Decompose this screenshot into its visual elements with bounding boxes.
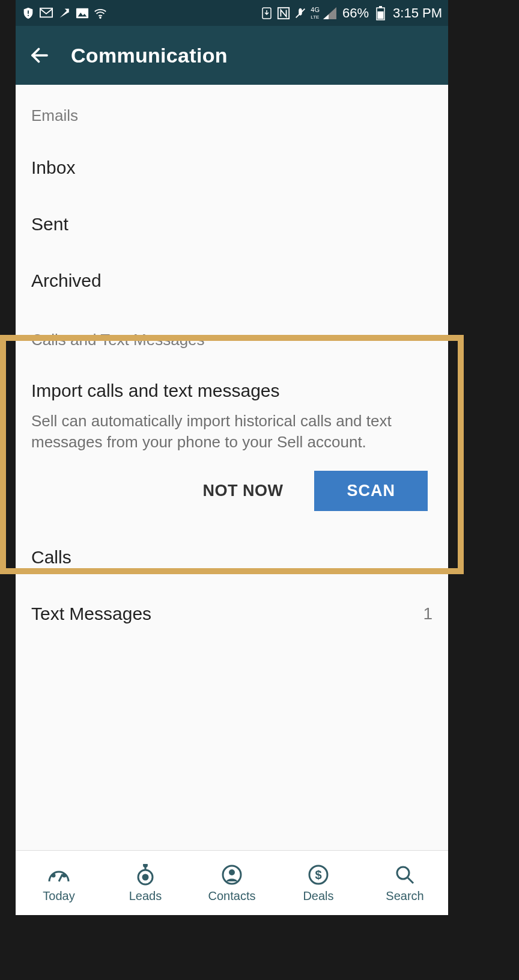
svg-rect-13 <box>379 6 382 8</box>
mute-icon <box>294 7 307 20</box>
svg-text:$: $ <box>315 868 321 881</box>
section-header-calls: Calls and Text Messages <box>16 309 448 364</box>
list-item-count: 1 <box>423 604 432 623</box>
battery-percentage: 66% <box>342 5 369 21</box>
search-icon <box>393 863 417 887</box>
nav-item-leads[interactable]: Leads <box>102 863 189 903</box>
nav-item-label: Leads <box>129 889 162 903</box>
status-left <box>22 7 107 20</box>
bottom-nav: Today Leads Contacts $ Deals <box>16 850 448 915</box>
nav-item-label: Today <box>43 889 74 903</box>
svg-line-28 <box>408 878 413 883</box>
battery-icon <box>374 7 387 20</box>
list-item-label: Inbox <box>31 158 75 178</box>
svg-rect-2 <box>40 8 52 17</box>
nav-item-label: Deals <box>303 889 333 903</box>
list-item-label: Text Messages <box>31 604 151 624</box>
mail-icon <box>40 7 53 20</box>
page-title: Communication <box>71 44 228 67</box>
svg-rect-0 <box>28 10 29 14</box>
list-item-label: Sent <box>31 214 68 234</box>
email-item-archived[interactable]: Archived <box>16 253 448 309</box>
wifi-icon <box>94 7 107 20</box>
back-button[interactable] <box>25 41 54 70</box>
person-circle-icon <box>220 863 244 887</box>
import-card: Import calls and text messages Sell can … <box>16 364 448 523</box>
nav-item-label: Contacts <box>208 889 256 903</box>
svg-point-6 <box>100 17 101 18</box>
nav-item-today[interactable]: Today <box>16 863 102 903</box>
import-actions: NOT NOW SCAN <box>31 471 432 523</box>
import-title: Import calls and text messages <box>31 364 432 411</box>
svg-marker-10 <box>323 7 336 19</box>
import-description: Sell can automatically import historical… <box>31 411 432 471</box>
content[interactable]: Emails Inbox Sent Archived Calls and Tex… <box>16 85 448 850</box>
scan-button[interactable]: SCAN <box>314 471 428 511</box>
list-item-label: Archived <box>31 271 102 291</box>
list-item-label: Calls <box>31 547 71 568</box>
phone-frame: 4GLTE 66% 3:15 PM Communication Emails <box>16 0 448 915</box>
page-background: 4GLTE 66% 3:15 PM Communication Emails <box>0 0 519 980</box>
dollar-circle-icon: $ <box>306 863 330 887</box>
svg-rect-1 <box>28 14 29 16</box>
status-bar: 4GLTE 66% 3:15 PM <box>16 0 448 26</box>
nav-item-search[interactable]: Search <box>362 863 448 903</box>
section-header-emails: Emails <box>16 85 448 139</box>
svg-rect-4 <box>76 8 88 18</box>
nav-item-contacts[interactable]: Contacts <box>189 863 275 903</box>
svg-line-18 <box>59 874 62 881</box>
shield-alert-icon <box>22 7 35 20</box>
image-icon <box>76 7 89 20</box>
svg-point-16 <box>52 874 55 877</box>
status-right: 4GLTE 66% 3:15 PM <box>260 5 442 21</box>
not-now-button[interactable]: NOT NOW <box>192 473 294 509</box>
nav-item-label: Search <box>386 889 423 903</box>
nfc-icon <box>277 7 290 20</box>
svg-point-24 <box>229 869 235 875</box>
signal-icon <box>323 7 336 20</box>
nav-item-deals[interactable]: $ Deals <box>275 863 362 903</box>
send-arrow-icon <box>58 7 71 20</box>
gauge-icon <box>47 863 71 887</box>
email-item-inbox[interactable]: Inbox <box>16 139 448 196</box>
arrow-left-icon <box>29 44 50 66</box>
email-item-sent[interactable]: Sent <box>16 196 448 253</box>
status-clock: 3:15 PM <box>393 5 442 21</box>
svg-point-17 <box>63 874 65 877</box>
target-icon <box>133 863 157 887</box>
calls-item-text-messages[interactable]: Text Messages 1 <box>16 586 448 642</box>
svg-point-22 <box>144 864 147 867</box>
calls-item-calls[interactable]: Calls <box>16 529 448 586</box>
app-header: Communication <box>16 26 448 85</box>
svg-point-27 <box>397 867 409 879</box>
svg-rect-14 <box>377 11 383 19</box>
svg-point-20 <box>143 875 148 880</box>
network-4g-label: 4GLTE <box>311 7 320 20</box>
download-icon <box>260 7 273 20</box>
